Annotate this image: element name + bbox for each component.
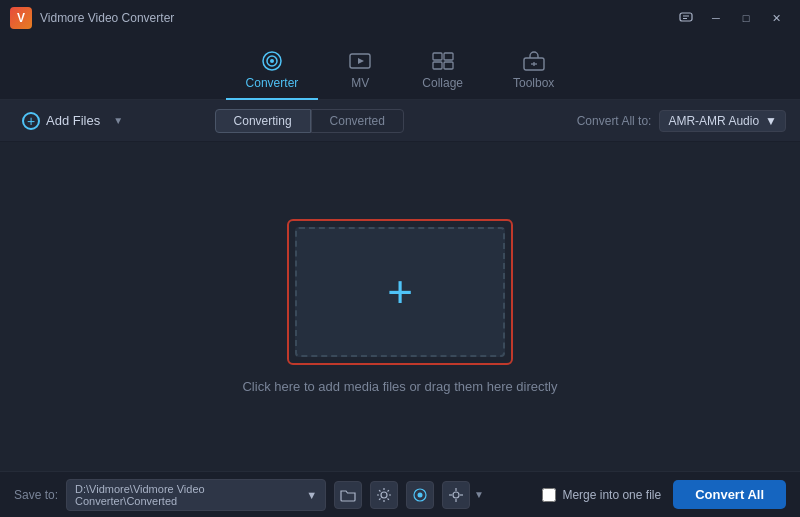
app-title: Vidmore Video Converter xyxy=(40,11,174,25)
tab-switcher: Converting Converted xyxy=(215,109,404,133)
svg-point-17 xyxy=(453,492,459,498)
svg-point-5 xyxy=(270,59,274,63)
drop-zone-outer: + xyxy=(287,219,513,365)
tab-collage-label: Collage xyxy=(422,76,463,90)
tab-collage[interactable]: Collage xyxy=(402,43,483,100)
close-button[interactable]: ✕ xyxy=(762,7,790,29)
svg-rect-9 xyxy=(433,62,442,69)
add-files-button[interactable]: + Add Files xyxy=(14,107,108,135)
drop-zone[interactable]: + xyxy=(295,227,505,357)
converting-tab[interactable]: Converting xyxy=(215,109,311,133)
converter-icon xyxy=(260,49,284,72)
svg-rect-0 xyxy=(680,13,692,21)
message-button[interactable] xyxy=(672,7,700,29)
tab-toolbox-label: Toolbox xyxy=(513,76,554,90)
format-dropdown-arrow: ▼ xyxy=(765,114,777,128)
toolbar: + Add Files ▼ Converting Converted Conve… xyxy=(0,100,800,142)
svg-point-14 xyxy=(381,492,387,498)
nav-tabs: Converter MV Collage xyxy=(0,36,800,100)
convert-all-to-label: Convert All to: xyxy=(577,114,652,128)
svg-point-16 xyxy=(418,492,423,497)
title-bar: V Vidmore Video Converter ─ □ ✕ xyxy=(0,0,800,36)
tab-mv[interactable]: MV xyxy=(328,43,392,100)
save-path-box[interactable]: D:\Vidmore\Vidmore Video Converter\Conve… xyxy=(66,479,326,511)
more-settings-button[interactable] xyxy=(442,481,470,509)
tab-toolbox[interactable]: Toolbox xyxy=(493,43,574,100)
open-folder-button[interactable] xyxy=(334,481,362,509)
footer-right: Merge into one file Convert All xyxy=(542,480,786,509)
convert-settings-button[interactable] xyxy=(370,481,398,509)
svg-rect-7 xyxy=(433,53,442,60)
converted-tab[interactable]: Converted xyxy=(311,109,404,133)
toolbox-icon xyxy=(522,49,546,72)
minimize-button[interactable]: ─ xyxy=(702,7,730,29)
title-bar-controls: ─ □ ✕ xyxy=(672,7,790,29)
save-path-value: D:\Vidmore\Vidmore Video Converter\Conve… xyxy=(75,483,306,507)
tab-converter[interactable]: Converter xyxy=(226,43,319,100)
svg-rect-10 xyxy=(444,62,453,69)
drop-zone-plus-icon: + xyxy=(387,270,413,314)
save-path-dropdown-arrow: ▼ xyxy=(306,489,317,501)
tab-mv-label: MV xyxy=(351,76,369,90)
merge-checkbox-label[interactable]: Merge into one file xyxy=(542,488,661,502)
main-content: + Click here to add media files or drag … xyxy=(0,142,800,471)
convert-all-to-area: Convert All to: AMR-AMR Audio ▼ xyxy=(577,110,786,132)
title-bar-left: V Vidmore Video Converter xyxy=(10,7,174,29)
merge-checkbox-input[interactable] xyxy=(542,488,556,502)
svg-rect-8 xyxy=(444,53,453,60)
collage-icon xyxy=(431,49,455,72)
format-value: AMR-AMR Audio xyxy=(668,114,759,128)
mv-icon xyxy=(348,49,372,72)
notification-button[interactable] xyxy=(406,481,434,509)
footer: Save to: D:\Vidmore\Vidmore Video Conver… xyxy=(0,471,800,517)
plus-icon: + xyxy=(22,112,40,130)
convert-all-button[interactable]: Convert All xyxy=(673,480,786,509)
save-to-label: Save to: xyxy=(14,488,58,502)
maximize-button[interactable]: □ xyxy=(732,7,760,29)
drop-zone-hint: Click here to add media files or drag th… xyxy=(242,379,557,394)
settings-dropdown-arrow[interactable]: ▼ xyxy=(474,489,484,500)
add-files-dropdown-arrow[interactable]: ▼ xyxy=(108,108,128,134)
format-dropdown[interactable]: AMR-AMR Audio ▼ xyxy=(659,110,786,132)
tab-converter-label: Converter xyxy=(246,76,299,90)
add-files-label: Add Files xyxy=(46,113,100,128)
merge-label: Merge into one file xyxy=(562,488,661,502)
app-logo: V xyxy=(10,7,32,29)
